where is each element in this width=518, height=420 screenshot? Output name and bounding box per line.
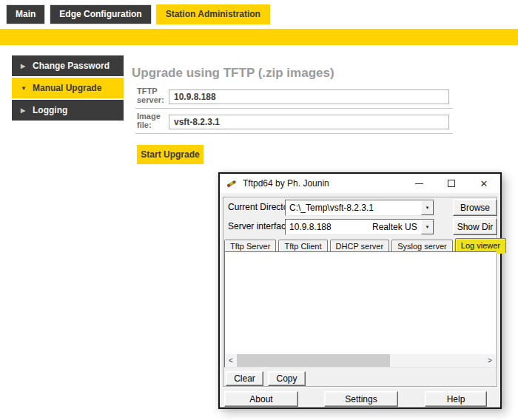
tftp-server-label: TFTP server: [137,87,168,104]
show-dir-button[interactable]: Show Dir [453,218,497,235]
window-body: Current Directory C:\_Temp\vsft-8.2.3.1 … [220,193,500,407]
browse-button[interactable]: Browse [453,199,497,216]
sidebar-item-label: Manual Upgrade [33,83,101,93]
tftpd64-tabstrip: Tftp Server Tftp Client DHCP server Sysl… [224,238,506,253]
scroll-left-icon[interactable]: < [225,354,237,367]
tab-log-viewer[interactable]: Log viewer [455,238,506,253]
help-button[interactable]: Help [425,391,487,407]
top-navigation: Main Edge Configuration Station Administ… [6,4,270,24]
close-icon[interactable]: ✕ [468,174,500,193]
scrollbar-thumb[interactable] [237,354,390,367]
maximize-icon[interactable] [435,174,468,193]
clear-button[interactable]: Clear [226,371,263,386]
chevron-right-icon: ▶ [21,107,30,114]
start-upgrade-button[interactable]: Start Upgrade [137,145,204,164]
image-file-input[interactable] [169,115,449,129]
page: Main Edge Configuration Station Administ… [0,0,518,420]
chevron-right-icon: ▶ [21,63,30,70]
sidebar-item-change-password[interactable]: ▶ Change Password [12,55,124,76]
window-controls: ✕ [403,174,500,193]
window-title: Tftpd64 by Ph. Jounin [243,178,329,189]
sidebar-item-label: Logging [33,105,67,115]
sidebar-item-label: Change Password [33,61,110,71]
copy-button[interactable]: Copy [268,371,306,386]
tftp-server-input[interactable] [169,89,449,104]
tftpd64-app-icon [226,177,238,189]
tftp-server-row: TFTP server: [135,84,453,109]
accent-bar [0,29,518,45]
server-interface-device: Realtek US [372,222,420,232]
sidebar-item-logging[interactable]: ▶ Logging [12,100,124,121]
minimize-icon[interactable] [403,174,435,193]
dropdown-arrow-icon[interactable]: ▼ [421,200,434,215]
settings-button[interactable]: Settings [324,391,398,407]
dropdown-arrow-icon[interactable]: ▼ [421,220,434,234]
tftpd64-window: Tftpd64 by Ph. Jounin ✕ Current Director… [218,172,502,409]
scrollbar-track[interactable] [390,354,484,367]
server-interface-ip: 10.9.8.188 [289,222,370,232]
chevron-down-icon: ▼ [21,85,30,92]
sidebar: ▶ Change Password ▼ Manual Upgrade ▶ Log… [12,55,124,122]
horizontal-scrollbar: < > [225,354,496,367]
sidebar-item-manual-upgrade[interactable]: ▼ Manual Upgrade [12,78,124,98]
window-titlebar[interactable]: Tftpd64 by Ph. Jounin ✕ [220,174,500,193]
about-button[interactable]: About [224,391,298,407]
image-file-label: Image file: [137,112,168,129]
scroll-right-icon[interactable]: > [484,354,496,367]
tab-station-administration[interactable]: Station Administration [156,4,270,24]
current-directory-combobox[interactable]: C:\_Temp\vsft-8.2.3.1 ▼ [285,200,434,216]
page-title: Upgrade using TFTP (.zip images) [132,66,334,81]
log-viewer-list[interactable]: < > [224,251,497,368]
tab-main[interactable]: Main [6,4,45,24]
tab-edge-configuration[interactable]: Edge Configuration [50,4,151,24]
current-directory-value: C:\_Temp\vsft-8.2.3.1 [289,203,419,213]
server-interfaces-combobox[interactable]: 10.9.8.188 Realtek US ▼ [285,219,434,235]
image-file-row: Image file: [135,109,453,134]
